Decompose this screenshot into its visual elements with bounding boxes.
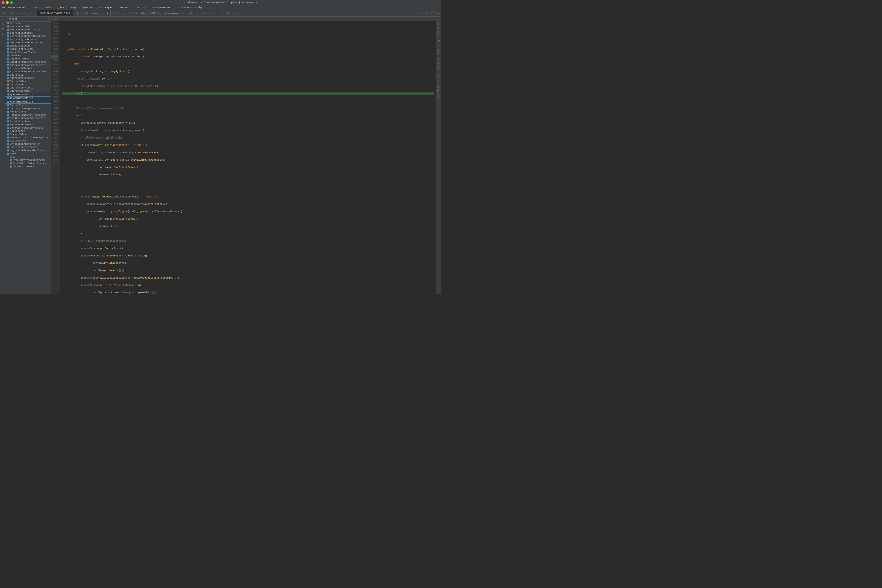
tab-zoo3cfg[interactable]: zoo3.cfg.dynamic.next ✕ bbox=[184, 10, 221, 16]
code-line-134: } bbox=[62, 26, 434, 29]
tab-close-icon[interactable]: ✕ bbox=[72, 12, 73, 15]
tab-quorumpeermain[interactable]: QuorumPeerMain.java ● ✕ bbox=[74, 10, 111, 16]
right-label-restservices[interactable]: RestServices bbox=[437, 18, 440, 36]
right-label-database[interactable]: Database bbox=[437, 57, 440, 70]
right-label-ant[interactable]: Ant bbox=[437, 71, 440, 77]
code-area[interactable]: 134135136137138 139140141142 143 1441451… bbox=[51, 21, 436, 294]
menu-quorum[interactable]: quorum bbox=[136, 6, 145, 9]
menu-method[interactable]: runFromConfig bbox=[182, 6, 202, 9]
tree-item-readonlyzookeeperserver[interactable]: ReadOnlyZooKeeperServer bbox=[5, 117, 51, 120]
tree-item-observer[interactable]: Observer bbox=[5, 54, 51, 57]
code-line-151: cnxnFactory = ServerCnxnFactory.createFa… bbox=[62, 151, 434, 154]
code-line-166: config.getDataLogDir(), bbox=[62, 261, 434, 265]
commit-icon[interactable]: ⟲ bbox=[0, 22, 4, 26]
project-settings-icon[interactable]: ⚙ bbox=[48, 18, 49, 21]
tree-item-bytebufferoutputstream[interactable]: ByteBufferOutputStream bbox=[5, 162, 51, 165]
structure-icon[interactable]: ◫ bbox=[0, 32, 4, 36]
tree-item-servermxbean[interactable]: ServerMXBean bbox=[5, 133, 51, 136]
tree-item-quorumpeermain[interactable]: QuorumPeerMain bbox=[5, 89, 51, 93]
menu-java[interactable]: java bbox=[58, 6, 64, 9]
tree-item-observerrequestprocessor[interactable]: ObserverRequestProcessor bbox=[5, 60, 51, 64]
close-button[interactable] bbox=[2, 1, 4, 4]
tree-item-unifiedserversocket[interactable]: UnifiedServerSocket bbox=[5, 146, 51, 149]
tree-item-quorummxbean[interactable]: QuorumMXBean bbox=[5, 80, 51, 83]
tree-item-quorumpeermain3[interactable]: QuorumPeerMain3 bbox=[5, 100, 51, 104]
code-line-159: secureCnxnFactory.configure(config.getSe… bbox=[62, 210, 434, 213]
tree-item-learnersyncrequest[interactable]: LearnerSyncRequest bbox=[5, 38, 51, 41]
tree-item-readonlyrequestprocessor[interactable]: ReadOnlyRequestProcessor bbox=[5, 113, 51, 117]
tree-item-vote[interactable]: Vote bbox=[5, 152, 51, 155]
tree-item-connectionbean[interactable]: ConnectionBean bbox=[5, 165, 51, 168]
tree-item-quorumcnxmanager[interactable]: QuorumCnxManager bbox=[5, 76, 51, 80]
tree-item-serverbean[interactable]: ServerBean bbox=[5, 129, 51, 133]
tree-item-bytebufferinputstream[interactable]: ByteBufferInputStream bbox=[5, 159, 51, 162]
right-label-notifications[interactable]: Notifications bbox=[437, 79, 440, 99]
toolbar-btn-fold[interactable]: ⊟ bbox=[53, 18, 54, 20]
tree-item-quorumpeer[interactable]: QuorumPeer bbox=[5, 83, 51, 86]
code-line-158: secureCnxnFactory = ServerCnxnFactory.cr… bbox=[62, 202, 434, 206]
tree-item-localPeerBean[interactable]: LocalPeerBean bbox=[5, 44, 51, 48]
tree-item-quorumzookeeperserver[interactable]: QuorumZooKeeperServer bbox=[5, 107, 51, 110]
tab-zoo2cfg[interactable]: zoo2.cfg.dynamic.next ✕ bbox=[147, 10, 184, 16]
tree-item-localsessiontracker[interactable]: LocalSessionTracker bbox=[5, 51, 51, 54]
menu-org[interactable]: org bbox=[71, 6, 76, 9]
project-icon[interactable]: ≡ bbox=[0, 18, 4, 22]
tab-zoo1cfg[interactable]: zoo1.cfg ✕ bbox=[221, 10, 240, 16]
tree-item-quorumbean[interactable]: QuorumBean bbox=[5, 73, 51, 76]
tree-item-syncedlearnertracker[interactable]: SyncedLearnerTracker bbox=[5, 142, 51, 146]
menu-main[interactable]: main bbox=[45, 6, 51, 9]
tree-item-remotepeermxbean[interactable]: RemotePeerMXBean bbox=[5, 123, 51, 126]
tree-item-learnerhandler[interactable]: LearnerHandler bbox=[5, 25, 51, 28]
tab-close-icon[interactable]: ✕ bbox=[237, 12, 238, 15]
tree-item-remotepeerbean[interactable]: RemotePeerBean bbox=[5, 120, 51, 123]
menu-apache[interactable]: apache bbox=[83, 6, 92, 9]
menu-src[interactable]: src bbox=[33, 6, 38, 9]
tab-quorumpeermain1[interactable]: QuorumPeerMain1.java ✕ bbox=[37, 10, 74, 16]
tree-item-observermxbean[interactable]: ObserverMXBean bbox=[5, 57, 51, 60]
code-line-152: cnxnFactory.configure(config.getClientPo… bbox=[62, 158, 434, 162]
tree-item-readonlybean[interactable]: ReadOnlyBean bbox=[5, 110, 51, 113]
code-content[interactable]: } } public void runFromConfig(QuorumPeer… bbox=[60, 21, 436, 294]
toolbar-btn-reformat[interactable]: ⇄ bbox=[60, 18, 61, 20]
toolbar-btn-unfold[interactable]: ⊞ bbox=[55, 18, 57, 20]
tree-item-observerzookeeperserver[interactable]: ObserverZooKeeperServer bbox=[5, 64, 51, 67]
tree-item-statesummary[interactable]: StateSummary bbox=[5, 139, 51, 142]
tree-item-proposalrequestprocessor[interactable]: ProposalRequestProcessor bbox=[5, 70, 51, 73]
tree-item-quorumpeerconfig[interactable]: QuorumPeerConfig bbox=[5, 86, 51, 89]
tree-item-quorumstats[interactable]: QuorumStats bbox=[5, 104, 51, 107]
tree-item-sendackrequestprocessor[interactable]: SendAckRequestProcessor bbox=[5, 126, 51, 129]
code-line-165: quorumPeer.setTxnFactory(new FileTxnSnap… bbox=[62, 254, 434, 258]
tab-quorumpeermain3[interactable]: QuorumPeerMain3.java ✕ bbox=[0, 10, 37, 16]
tree-item-learnersessiontracker[interactable]: LearnerSessionTracker bbox=[5, 28, 51, 32]
code-line-162: } bbox=[62, 232, 434, 236]
tree-item-localpeermxbean[interactable]: LocalPeerMXBean bbox=[5, 48, 51, 51]
tree-item-learner[interactable]: Learner bbox=[5, 22, 51, 25]
menu-project[interactable]: zookeeper-server bbox=[2, 6, 26, 9]
right-sidebar: RestServices MyBatis SQL Database Ant No… bbox=[436, 16, 441, 294]
tree-item-snapshotthrottleexception[interactable]: SnapshotThrottleException bbox=[5, 136, 51, 139]
traffic-lights bbox=[2, 1, 13, 4]
menu-zookeeper[interactable]: zookeeper bbox=[99, 6, 112, 9]
minimize-button[interactable] bbox=[6, 1, 9, 4]
warnings-badge: ⚠ 1 bbox=[416, 12, 420, 15]
tree-item-learnerzookeeperserver[interactable]: LearnerZooKeeperServer bbox=[5, 41, 51, 44]
tree-item-quorumpeermain1[interactable]: QuorumPeerMain1 bbox=[5, 93, 51, 96]
tree-item-quorumpeermain2[interactable]: QuorumPeerMain2 bbox=[5, 96, 51, 100]
tree-item-prependablesocket[interactable]: PrependableSocket bbox=[5, 67, 51, 70]
bookmark-icon[interactable]: ♦ bbox=[0, 27, 4, 31]
project-header[interactable]: Project ⚙ bbox=[5, 16, 51, 22]
tab-zookeeper-api[interactable]: ZooKeeper_5_GetChildren_API_Sync_Usage.j… bbox=[111, 10, 147, 16]
info-badge: ℹ 7 bbox=[429, 12, 433, 15]
tab-close-icon[interactable]: ✕ bbox=[35, 12, 36, 15]
tree-item-upgradeablesessiontracker[interactable]: UpgradeableSessionTracker bbox=[5, 149, 51, 152]
code-line-135: } bbox=[62, 33, 434, 36]
left-sidebar-icons: ≡ ⟲ ♦ ◫ bbox=[0, 16, 5, 294]
toolbar-btn-more[interactable]: … bbox=[62, 18, 63, 20]
tree-item-util-folder[interactable]: ▶util bbox=[5, 155, 51, 159]
tree-item-learnersnapshotthrottler[interactable]: LearnerSnapshotThrottler bbox=[5, 34, 51, 38]
menu-class[interactable]: QuorumPeerMain1 bbox=[152, 6, 175, 9]
tree-item-learnersnapshot[interactable]: LearnerSnapshot bbox=[5, 32, 51, 34]
right-label-mybatis[interactable]: MyBatis SQL bbox=[437, 38, 440, 55]
menu-server[interactable]: server bbox=[120, 6, 129, 9]
maximize-button[interactable] bbox=[10, 1, 13, 4]
